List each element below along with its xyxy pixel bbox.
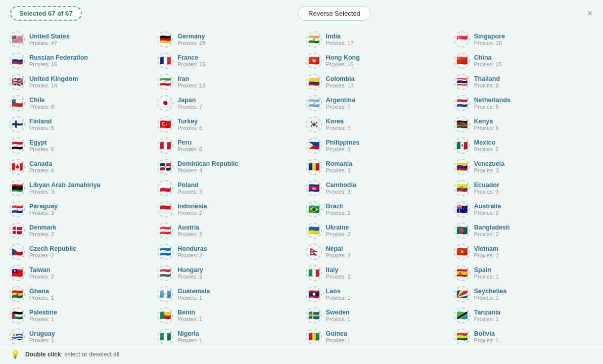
country-proxies: Proxies: 1 <box>177 337 202 343</box>
country-name: Czech Republic <box>29 245 76 252</box>
country-proxies: Proxies: 2 <box>29 274 54 280</box>
country-item[interactable]: 🇫🇮FinlandProxies: 6 <box>5 114 153 135</box>
country-item[interactable]: 🇮🇩IndonesiaProxies: 2 <box>153 199 301 220</box>
country-name: Bangladesh <box>474 224 510 231</box>
country-item[interactable]: 🇸🇨SeychellesProxies: 1 <box>450 284 598 305</box>
country-item[interactable]: 🇰🇭CambodiaProxies: 3 <box>302 177 450 199</box>
country-info: United StatesProxies: 47 <box>29 33 70 46</box>
close-button[interactable]: × <box>587 8 593 19</box>
country-info: Libyan Arab JamahiriyaProxies: 3 <box>29 181 101 195</box>
country-item[interactable]: 🇪🇨EcuadorProxies: 3 <box>450 177 598 199</box>
country-proxies: Proxies: 2 <box>474 252 499 258</box>
country-name: Australia <box>474 203 501 210</box>
country-info: MexicoProxies: 5 <box>474 139 499 152</box>
country-item[interactable]: 🇵🇪PeruProxies: 6 <box>153 135 301 156</box>
country-info: PhilippinesProxies: 5 <box>326 139 360 152</box>
country-item[interactable]: 🇲🇽MexicoProxies: 5 <box>450 135 598 156</box>
country-item[interactable]: 🇳🇱NetherlandsProxies: 6 <box>450 93 598 114</box>
country-info: SwedenProxies: 1 <box>326 309 351 322</box>
country-item[interactable]: 🇬🇧United KingdomProxies: 14 <box>5 71 153 93</box>
country-item[interactable]: 🇬🇹GuatemalaProxies: 1 <box>153 284 301 305</box>
country-item[interactable]: 🇦🇷ArgentinaProxies: 7 <box>302 93 450 114</box>
country-item[interactable]: 🇺🇸United StatesProxies: 47 <box>5 29 153 50</box>
country-item[interactable]: 🇹🇷TurkeyProxies: 6 <box>153 114 301 135</box>
country-item[interactable]: 🇹🇼TaiwanProxies: 2 <box>5 262 153 284</box>
flag-icon: 🇨🇿 <box>9 244 25 260</box>
country-item[interactable]: 🇩🇪GermanyProxies: 28 <box>153 29 301 50</box>
country-item[interactable]: 🇭🇰Hong KongProxies: 15 <box>302 50 450 71</box>
country-proxies: Proxies: 5 <box>326 146 360 152</box>
country-item[interactable]: 🇮🇳IndiaProxies: 17 <box>302 29 450 50</box>
country-info: UkraineProxies: 2 <box>326 224 351 237</box>
country-name: Dominican Republic <box>177 160 238 167</box>
country-item[interactable]: 🇰🇪KenyaProxies: 6 <box>450 114 598 135</box>
country-item[interactable]: 🇹🇭ThailandProxies: 8 <box>450 71 598 93</box>
bottom-bar: 💡 Double click select or deselect all <box>0 344 603 364</box>
country-name: Venezuela <box>474 160 504 167</box>
country-proxies: Proxies: 2 <box>326 210 351 216</box>
reverse-selected-button[interactable]: Reverse Selected <box>298 6 371 21</box>
hint-description: select or deselect all <box>64 351 119 358</box>
flag-icon: 🇲🇽 <box>454 138 470 154</box>
country-item[interactable]: 🇸🇬SingaporeProxies: 16 <box>450 29 598 50</box>
country-proxies: Proxies: 47 <box>29 40 70 46</box>
country-item[interactable]: 🇷🇺Russian FederationProxies: 16 <box>5 50 153 71</box>
country-name: Hong Kong <box>326 54 360 61</box>
country-item[interactable]: 🇭🇺HungaryProxies: 2 <box>153 262 301 284</box>
country-proxies: Proxies: 1 <box>474 274 499 280</box>
country-item[interactable]: 🇧🇷BrazilProxies: 2 <box>302 199 450 220</box>
country-item[interactable]: 🇸🇪SwedenProxies: 1 <box>302 305 450 326</box>
country-name: Mexico <box>474 139 499 146</box>
country-item[interactable]: 🇯🇵JapanProxies: 7 <box>153 93 301 114</box>
country-info: NigeriaProxies: 1 <box>177 330 202 343</box>
country-item[interactable]: 🇨🇱ChileProxies: 8 <box>5 93 153 114</box>
flag-icon: 🇪🇬 <box>9 138 25 154</box>
country-item[interactable]: 🇹🇿TanzaniaProxies: 1 <box>450 305 598 326</box>
country-item[interactable]: 🇩🇴Dominican RepublicProxies: 4 <box>153 156 301 177</box>
country-item[interactable]: 🇬🇭GhanaProxies: 1 <box>5 284 153 305</box>
country-item[interactable]: 🇮🇷IranProxies: 13 <box>153 71 301 93</box>
selected-badge-button[interactable]: Selected 67 of 67 <box>10 6 82 21</box>
country-info: IndonesiaProxies: 2 <box>177 203 207 216</box>
country-item[interactable]: 🇧🇩BangladeshProxies: 2 <box>450 220 598 241</box>
country-item[interactable]: 🇷🇴RomaniaProxies: 3 <box>302 156 450 177</box>
country-item[interactable]: 🇪🇸SpainProxies: 1 <box>450 262 598 284</box>
country-item[interactable]: 🇧🇯BeninProxies: 1 <box>153 305 301 326</box>
country-item[interactable]: 🇨🇿Czech RepublicProxies: 2 <box>5 241 153 262</box>
country-item[interactable]: 🇮🇹ItalyProxies: 2 <box>302 262 450 284</box>
flag-icon: 🇺🇸 <box>9 31 25 48</box>
country-item[interactable]: 🇨🇳ChinaProxies: 15 <box>450 50 598 71</box>
top-bar: Selected 67 of 67 Reverse Selected × <box>0 0 603 27</box>
flag-icon: 🇨🇱 <box>9 95 25 111</box>
country-info: LaosProxies: 1 <box>326 288 351 301</box>
country-proxies: Proxies: 1 <box>474 337 499 343</box>
hint-icon: 💡 <box>10 349 20 359</box>
country-proxies: Proxies: 16 <box>474 40 505 46</box>
country-item[interactable]: 🇰🇷KoreaProxies: 6 <box>302 114 450 135</box>
country-item[interactable]: 🇩🇰DenmarkProxies: 2 <box>5 220 153 241</box>
country-item[interactable]: 🇱🇾Libyan Arab JamahiriyaProxies: 3 <box>5 177 153 199</box>
country-item[interactable]: 🇺🇦UkraineProxies: 2 <box>302 220 450 241</box>
country-item[interactable]: 🇭🇳HondurasProxies: 2 <box>153 241 301 262</box>
country-proxies: Proxies: 16 <box>29 61 88 67</box>
country-item[interactable]: 🇻🇪VenezuelaProxies: 3 <box>450 156 598 177</box>
country-name: Kenya <box>474 118 499 125</box>
country-item[interactable]: 🇦🇹AustriaProxies: 2 <box>153 220 301 241</box>
flag-icon: 🇻🇳 <box>454 244 470 260</box>
country-proxies: Proxies: 2 <box>474 210 501 216</box>
country-item[interactable]: 🇵🇱PolandProxies: 3 <box>153 177 301 199</box>
country-name: Ukraine <box>326 224 351 231</box>
country-item[interactable]: 🇫🇷FranceProxies: 15 <box>153 50 301 71</box>
country-item[interactable]: 🇳🇵NepalProxies: 2 <box>302 241 450 262</box>
country-item[interactable]: 🇨🇴ColombiaProxies: 13 <box>302 71 450 93</box>
country-item[interactable]: 🇦🇺AustraliaProxies: 2 <box>450 199 598 220</box>
country-item[interactable]: 🇵🇾ParaguayProxies: 3 <box>5 199 153 220</box>
country-item[interactable]: 🇵🇭PhilippinesProxies: 5 <box>302 135 450 156</box>
country-item[interactable]: 🇪🇬EgyptProxies: 6 <box>5 135 153 156</box>
country-proxies: Proxies: 8 <box>29 104 54 110</box>
country-name: Turkey <box>177 118 202 125</box>
country-item[interactable]: 🇵🇸PalestineProxies: 1 <box>5 305 153 326</box>
country-item[interactable]: 🇻🇳VietnamProxies: 2 <box>450 241 598 262</box>
country-item[interactable]: 🇨🇦CanadaProxies: 4 <box>5 156 153 177</box>
country-item[interactable]: 🇱🇦LaosProxies: 1 <box>302 284 450 305</box>
